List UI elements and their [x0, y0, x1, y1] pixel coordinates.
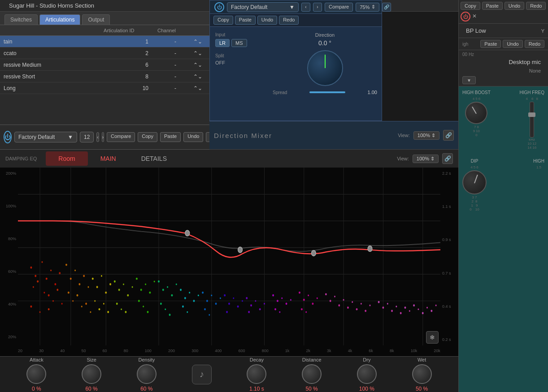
dip-knob[interactable]	[462, 170, 487, 194]
link-button-center[interactable]: 🔗	[382, 3, 391, 12]
paste-button-right[interactable]: Paste	[482, 2, 503, 10]
tab-articulations[interactable]: Articulations	[39, 14, 80, 25]
split-section: Split OFF	[215, 53, 263, 65]
tab-room[interactable]: Room	[46, 151, 87, 166]
scatter-button[interactable]: ❄	[426, 331, 439, 344]
copy-button-left[interactable]: Copy	[138, 132, 157, 142]
attack-knob[interactable]	[26, 364, 46, 384]
svg-point-129	[382, 306, 384, 309]
high-freq-slider-thumb[interactable]	[528, 112, 535, 117]
compare-button-center[interactable]: Compare	[325, 3, 353, 12]
table-row[interactable]: ressive Short 8 - ⌃⌄	[0, 71, 210, 82]
table-row[interactable]: ressive Medium 6 - ⌃⌄	[0, 59, 210, 71]
nav-next-left[interactable]: ›	[102, 132, 104, 142]
preset-dropdown-left[interactable]: Factory Default ▼	[14, 132, 77, 142]
row-arrows[interactable]: ⌃⌄	[193, 85, 207, 91]
x-200: 200	[168, 349, 175, 353]
tab-output[interactable]: Output	[82, 14, 110, 25]
nav-prev-left[interactable]: ‹	[96, 132, 99, 142]
row-name: Long	[4, 85, 104, 91]
paste-button-top[interactable]: Paste	[235, 16, 256, 25]
redo-button-top[interactable]: Redo	[279, 16, 299, 25]
dry-value: 100 %	[359, 386, 374, 392]
table-row[interactable]: Long 10 - ⌃⌄	[0, 82, 210, 94]
compare-button-left[interactable]: Compare	[107, 132, 135, 142]
redo-btn-2[interactable]: Redo	[525, 40, 544, 48]
paste-button-left[interactable]: Paste	[160, 132, 181, 142]
row-arrows[interactable]: ⌃⌄	[193, 39, 207, 45]
svg-point-80	[193, 300, 195, 302]
x-600: 600	[238, 349, 245, 353]
paste-btn-2[interactable]: Paste	[480, 40, 501, 48]
power-button-left[interactable]: ⏻	[4, 131, 12, 143]
eq-svg	[18, 168, 440, 345]
nav-prev-center[interactable]: ‹	[301, 3, 310, 12]
eq-point-3[interactable]	[368, 246, 372, 251]
scatter-icon: ❄	[430, 334, 435, 341]
attack-label: Attack	[30, 357, 43, 362]
lr-button[interactable]: LR	[215, 39, 230, 47]
svg-point-75	[165, 308, 166, 310]
view-pct-reverb[interactable]: 100% ⇕	[413, 155, 439, 163]
table-row[interactable]: tain 1 - ⌃⌄	[0, 36, 210, 47]
row-arrows[interactable]: ⌃⌄	[193, 62, 207, 68]
table-row[interactable]: ccato 2 - ⌃⌄	[0, 47, 210, 59]
hf-scale-4: 4	[526, 97, 528, 101]
dip-scale-7: 7	[475, 195, 477, 199]
nav-next-center[interactable]: ›	[313, 3, 322, 12]
knob-indicator-high-boost	[472, 107, 477, 114]
svg-point-73	[176, 284, 177, 285]
tab-switches[interactable]: Switches	[4, 14, 38, 25]
direction-label: Direction	[315, 32, 335, 38]
copy-button-right[interactable]: Copy	[461, 2, 480, 10]
undo-button-left[interactable]: Undo	[183, 132, 203, 142]
copy-button-top[interactable]: Copy	[213, 16, 233, 25]
high-freq-slider[interactable]	[530, 102, 534, 138]
svg-point-69	[158, 280, 160, 283]
svg-point-139	[426, 307, 428, 309]
power-button-right[interactable]: ⏻	[461, 12, 470, 22]
dropdown-btn-right[interactable]: ▼	[462, 76, 476, 84]
wet-knob[interactable]	[412, 364, 432, 384]
undo-button-right[interactable]: Undo	[505, 2, 524, 10]
power-button-center[interactable]: ⏻	[214, 2, 224, 12]
ms-button[interactable]: MS	[231, 39, 247, 47]
tab-details[interactable]: DETAILS	[129, 151, 179, 166]
zoom-button-center[interactable]: 75% ⇕	[356, 3, 379, 12]
svg-point-15	[30, 267, 32, 269]
close-button-right[interactable]: ✕	[472, 13, 479, 20]
eq-point-2[interactable]	[238, 247, 243, 252]
preset-name-center: Factory Default	[231, 4, 267, 10]
row-arrows[interactable]: ⌃⌄	[193, 50, 207, 56]
svg-point-116	[305, 311, 307, 313]
size-knob[interactable]	[82, 364, 101, 384]
high-boost-knob[interactable]	[465, 102, 487, 124]
tab-main[interactable]: MAIN	[88, 151, 129, 166]
undo-button-top[interactable]: Undo	[257, 16, 277, 25]
row-arrows[interactable]: ⌃⌄	[193, 73, 207, 80]
decay-knob[interactable]	[247, 364, 266, 384]
redo-button-right[interactable]: Redo	[526, 2, 546, 10]
dry-knob[interactable]	[357, 364, 377, 384]
link-button-reverb[interactable]: 🔗	[442, 153, 453, 164]
y-40: 40%	[2, 302, 16, 306]
spread-slider[interactable]	[309, 91, 345, 93]
direction-knob-dial[interactable]	[307, 50, 343, 86]
view-pct-button[interactable]: 100% ⇕	[413, 131, 439, 140]
power-icon-left: ⏻	[4, 134, 11, 141]
size-control: Size 60 %	[82, 357, 101, 392]
direction-knob-section: Direction 0.0 ° Spread 1.00	[268, 27, 382, 134]
direction-knob[interactable]	[307, 50, 343, 86]
preset-dropdown-center[interactable]: Factory Default ▼	[227, 2, 299, 12]
eq-point-4[interactable]	[311, 250, 316, 256]
svg-point-89	[204, 308, 206, 310]
high-freq-label: HIGH FREQ	[519, 90, 544, 95]
link-button-view[interactable]: 🔗	[443, 130, 454, 141]
distance-knob[interactable]	[302, 364, 322, 384]
svg-point-33	[70, 278, 72, 280]
svg-point-104	[277, 300, 278, 302]
svg-point-117	[325, 293, 327, 295]
eq-point-1[interactable]	[185, 230, 190, 236]
density-knob[interactable]	[137, 364, 157, 384]
undo-btn-2[interactable]: Undo	[503, 40, 522, 48]
